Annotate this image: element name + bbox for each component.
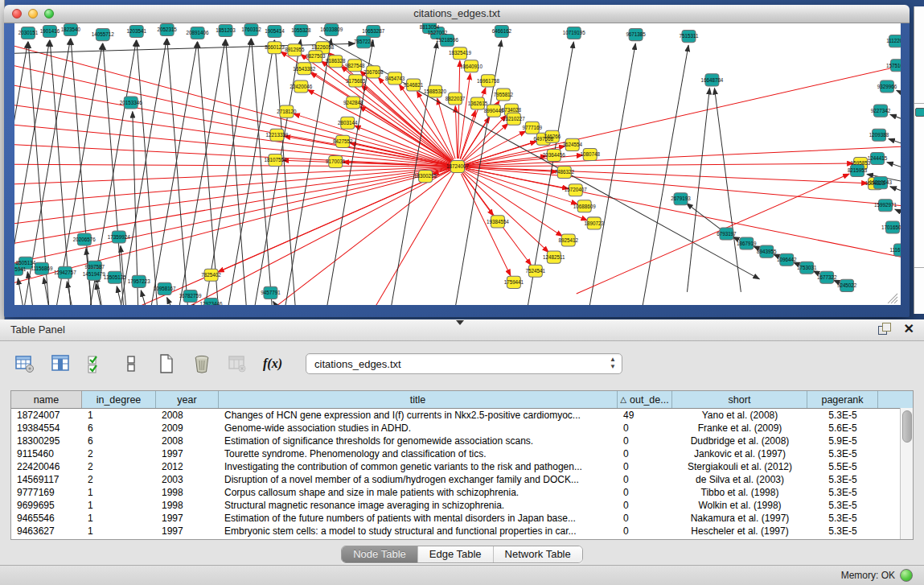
column-header-in_degree[interactable]: in_degree <box>82 391 156 408</box>
table-cell[interactable]: 0 <box>618 499 672 512</box>
table-cell[interactable]: 2 <box>82 473 156 486</box>
table-row[interactable]: 1456911722003Disruption of a novel membe… <box>11 473 913 486</box>
column-header-name[interactable]: name <box>11 391 82 408</box>
show-columns-icon[interactable] <box>48 352 72 376</box>
table-cell[interactable]: 1998 <box>156 486 219 499</box>
table-cell[interactable]: 0 <box>618 447 672 460</box>
table-cell[interactable]: 18724007 <box>11 409 82 422</box>
close-panel-icon[interactable]: ✕ <box>904 323 914 336</box>
table-cell[interactable]: 1 <box>82 409 156 422</box>
table-cell[interactable]: Changes of HCN gene expression and I(f) … <box>219 409 618 422</box>
table-cell[interactable]: 6 <box>82 422 156 435</box>
table-cell[interactable]: Jankovic et al. (1997) <box>672 447 807 460</box>
table-panel-header[interactable]: Table Panel ✕ <box>0 319 924 341</box>
table-cell[interactable]: 5.9E-5 <box>807 435 878 447</box>
table-cell[interactable]: Yano et al. (2008) <box>672 409 807 422</box>
table-cell[interactable]: 2008 <box>156 409 219 422</box>
table-cell[interactable]: Tibbo et al. (1998) <box>672 486 807 499</box>
table-cell[interactable]: 1997 <box>156 512 219 525</box>
table-row[interactable]: 911546021997Tourette syndrome. Phenomeno… <box>11 447 913 460</box>
tab-edge-table[interactable]: Edge Table <box>418 546 494 562</box>
table-cell[interactable]: Genome-wide association studies in ADHD. <box>219 422 618 435</box>
table-select-dropdown[interactable]: citations_edges.txt ▲▼ <box>306 353 622 374</box>
table-cell[interactable]: Tourette syndrome. Phenomenology and cla… <box>219 447 618 460</box>
attribute-table[interactable]: namein_degreeyeartitle△out_de...shortpag… <box>10 390 914 540</box>
resize-grip-icon[interactable] <box>894 300 897 303</box>
table-cell[interactable]: 5.5E-5 <box>807 460 878 473</box>
network-view-window[interactable]: citations_edges.txt 18724007866012389129… <box>4 5 910 317</box>
table-cell[interactable]: Embryonic stem cells: a model to study s… <box>219 525 618 538</box>
clear-selection-icon[interactable] <box>119 352 143 376</box>
scrollbar-thumb[interactable] <box>902 410 912 443</box>
table-row[interactable]: 946554611997Estimation of the future num… <box>11 512 913 525</box>
window-titlebar[interactable]: citations_edges.txt <box>4 5 910 23</box>
resize-grip-icon[interactable] <box>891 297 897 303</box>
table-cell[interactable]: 1 <box>82 499 156 512</box>
table-cell[interactable]: 0 <box>618 422 672 435</box>
table-cell[interactable]: 0 <box>618 435 672 447</box>
delete-columns-icon[interactable] <box>190 352 214 376</box>
table-cell[interactable]: 1997 <box>156 447 219 460</box>
column-header-title[interactable]: title <box>219 391 618 408</box>
table-cell[interactable]: Stergiakouli et al. (2012) <box>672 460 807 473</box>
panel-splitter-handle[interactable] <box>456 320 464 325</box>
table-cell[interactable]: 5.3E-5 <box>807 499 878 512</box>
tab-node-table[interactable]: Node Table <box>342 546 418 562</box>
table-cell[interactable]: 2 <box>82 447 156 460</box>
table-cell[interactable]: 9777169 <box>11 486 82 499</box>
table-cell[interactable]: Investigating the contribution of common… <box>219 460 618 473</box>
table-cell[interactable]: 19384554 <box>11 422 82 435</box>
table-cell[interactable]: 2008 <box>156 435 219 447</box>
table-cell[interactable]: 0 <box>618 512 672 525</box>
table-cell[interactable]: 1 <box>82 486 156 499</box>
table-cell[interactable]: 22420046 <box>11 460 82 473</box>
table-row[interactable]: 1872400712008Changes of HCN gene express… <box>11 409 913 422</box>
table-cell[interactable]: Nakamura et al. (1997) <box>672 512 807 525</box>
table-cell[interactable]: Corpus callosum shape and size in male p… <box>219 486 618 499</box>
function-builder-icon[interactable]: f(x) <box>261 352 285 376</box>
table-cell[interactable]: 2003 <box>156 473 219 486</box>
table-mode-icon[interactable] <box>13 352 37 376</box>
table-cell[interactable]: 0 <box>618 460 672 473</box>
table-cell[interactable]: 1997 <box>156 525 219 538</box>
table-cell[interactable]: 5.3E-5 <box>807 473 878 486</box>
select-all-icon[interactable] <box>84 352 108 376</box>
table-cell[interactable]: 6 <box>82 435 156 447</box>
table-row[interactable]: 946362711997Embryonic stem cells: a mode… <box>11 525 913 538</box>
table-cell[interactable]: Structural magnetic resonance image aver… <box>219 499 618 512</box>
table-cell[interactable]: 1 <box>82 512 156 525</box>
table-cell[interactable]: de Silva et al. (2003) <box>672 473 807 486</box>
table-row[interactable]: 969969511998Structural magnetic resonanc… <box>11 499 913 512</box>
float-panel-icon[interactable] <box>878 323 891 336</box>
table-cell[interactable]: 9463627 <box>11 525 82 538</box>
table-cell[interactable]: 5.3E-5 <box>807 512 878 525</box>
network-graph-canvas[interactable]: 1872400786601238912955182260589827503818… <box>14 23 901 305</box>
table-cell[interactable]: 2009 <box>156 422 219 435</box>
table-cell[interactable]: Disruption of a novel member of a sodium… <box>219 473 618 486</box>
table-cell[interactable]: 2 <box>82 460 156 473</box>
table-row[interactable]: 2242004622012Investigating the contribut… <box>11 460 913 473</box>
column-header-short[interactable]: short <box>672 391 807 408</box>
column-header-out_de[interactable]: △out_de... <box>618 391 672 408</box>
column-header-year[interactable]: year <box>156 391 219 408</box>
table-cell[interactable]: 5.3E-5 <box>807 525 878 538</box>
table-cell[interactable]: 2012 <box>156 460 219 473</box>
table-cell[interactable]: 5.3E-5 <box>807 486 878 499</box>
table-cell[interactable]: 9115460 <box>11 447 82 460</box>
table-cell[interactable]: Dudbridge et al. (2008) <box>672 435 807 447</box>
table-row[interactable]: 977716911998Corpus callosum shape and si… <box>11 486 913 499</box>
table-cell[interactable]: 0 <box>618 486 672 499</box>
table-cell[interactable]: 1 <box>82 525 156 538</box>
table-cell[interactable]: 5.6E-5 <box>807 422 878 435</box>
table-cell[interactable]: 1998 <box>156 499 219 512</box>
table-cell[interactable]: Estimation of the future numbers of pati… <box>219 512 618 525</box>
table-cell[interactable]: 5.3E-5 <box>807 447 878 460</box>
table-cell[interactable]: 0 <box>618 473 672 486</box>
table-cell[interactable]: 5.3E-5 <box>807 409 878 422</box>
table-cell[interactable]: 18300295 <box>11 435 82 447</box>
table-cell[interactable]: Wolkin et al. (1998) <box>672 499 807 512</box>
tab-network-table[interactable]: Network Table <box>494 546 582 562</box>
create-column-icon[interactable] <box>154 352 179 376</box>
table-cell[interactable]: 14569117 <box>11 473 82 486</box>
column-header-pagerank[interactable]: pagerank <box>807 391 878 408</box>
